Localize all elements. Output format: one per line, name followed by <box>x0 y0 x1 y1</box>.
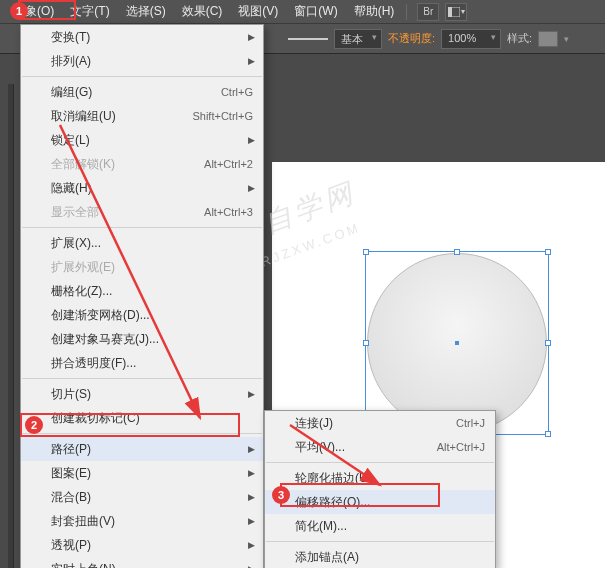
menu-item[interactable]: 创建对象马赛克(J)... <box>21 327 263 351</box>
menu-type[interactable]: 文字(T) <box>62 0 117 23</box>
menu-item: 显示全部Alt+Ctrl+3 <box>21 200 263 224</box>
opacity-select[interactable]: 100% <box>441 29 501 49</box>
handle-tr[interactable] <box>545 249 551 255</box>
menu-item[interactable]: 编组(G)Ctrl+G <box>21 80 263 104</box>
menu-item-label: 封套扭曲(V) <box>51 513 115 530</box>
badge-3: 3 <box>272 486 290 504</box>
menu-item-label: 添加锚点(A) <box>295 549 359 566</box>
style-swatch[interactable] <box>538 31 558 47</box>
ruler-vertical <box>8 84 14 568</box>
opacity-label: 不透明度: <box>388 31 435 46</box>
menu-item[interactable]: 封套扭曲(V)▶ <box>21 509 263 533</box>
style-label: 样式: <box>507 31 532 46</box>
submenu-arrow-icon: ▶ <box>248 32 255 42</box>
menu-item-label: 实时上色(N) <box>51 561 116 569</box>
menu-item[interactable]: 轮廓化描边(U) <box>265 466 495 490</box>
menu-item-label: 扩展外观(E) <box>51 259 115 276</box>
menu-item[interactable]: 路径(P)▶ <box>21 437 263 461</box>
menu-item-label: 隐藏(H) <box>51 180 92 197</box>
menu-item[interactable]: 连接(J)Ctrl+J <box>265 411 495 435</box>
menu-item[interactable]: 添加锚点(A) <box>265 545 495 568</box>
menu-item[interactable]: 创建渐变网格(D)... <box>21 303 263 327</box>
menu-effect[interactable]: 效果(C) <box>174 0 231 23</box>
menu-item-label: 变换(T) <box>51 29 90 46</box>
object-menu[interactable]: 变换(T)▶排列(A)▶编组(G)Ctrl+G取消编组(U)Shift+Ctrl… <box>20 24 264 568</box>
menu-item-label: 图案(E) <box>51 465 91 482</box>
menu-item-label: 路径(P) <box>51 441 91 458</box>
center-point <box>455 341 459 345</box>
submenu-arrow-icon: ▶ <box>248 492 255 502</box>
badge-2: 2 <box>25 416 43 434</box>
stroke-style-select[interactable]: 基本 <box>334 29 382 49</box>
submenu-arrow-icon: ▶ <box>248 468 255 478</box>
menu-item[interactable]: 透视(P)▶ <box>21 533 263 557</box>
menu-item-label: 栅格化(Z)... <box>51 283 112 300</box>
shortcut: Alt+Ctrl+J <box>437 441 485 453</box>
handle-mr[interactable] <box>545 340 551 346</box>
menu-separator <box>22 378 262 379</box>
menu-item[interactable]: 图案(E)▶ <box>21 461 263 485</box>
path-submenu[interactable]: 连接(J)Ctrl+J平均(V)...Alt+Ctrl+J轮廓化描边(U)偏移路… <box>264 410 496 568</box>
menu-item[interactable]: 混合(B)▶ <box>21 485 263 509</box>
menu-item-label: 编组(G) <box>51 84 92 101</box>
menu-item[interactable]: 实时上色(N)▶ <box>21 557 263 568</box>
menu-item-label: 扩展(X)... <box>51 235 101 252</box>
submenu-arrow-icon: ▶ <box>248 516 255 526</box>
menu-item-label: 拼合透明度(F)... <box>51 355 136 372</box>
submenu-arrow-icon: ▶ <box>248 540 255 550</box>
menu-help[interactable]: 帮助(H) <box>346 0 403 23</box>
menu-item-label: 排列(A) <box>51 53 91 70</box>
svg-rect-1 <box>448 7 452 17</box>
submenu-arrow-icon: ▶ <box>248 56 255 66</box>
menu-item[interactable]: 栅格化(Z)... <box>21 279 263 303</box>
menu-separator <box>22 76 262 77</box>
badge-1: 1 <box>10 2 28 20</box>
menu-item-label: 创建裁切标记(C) <box>51 410 140 427</box>
menu-item[interactable]: 拼合透明度(F)... <box>21 351 263 375</box>
menu-item[interactable]: 偏移路径(O)... <box>265 490 495 514</box>
menu-item: 全部解锁(K)Alt+Ctrl+2 <box>21 152 263 176</box>
menu-item-label: 锁定(L) <box>51 132 90 149</box>
menu-item-label: 简化(M)... <box>295 518 347 535</box>
menu-item-label: 混合(B) <box>51 489 91 506</box>
menu-item[interactable]: 简化(M)... <box>265 514 495 538</box>
menu-item-label: 全部解锁(K) <box>51 156 115 173</box>
submenu-arrow-icon: ▶ <box>248 135 255 145</box>
menu-view[interactable]: 视图(V) <box>230 0 286 23</box>
menu-item-label: 切片(S) <box>51 386 91 403</box>
menu-window[interactable]: 窗口(W) <box>286 0 345 23</box>
submenu-arrow-icon: ▶ <box>248 389 255 399</box>
menu-item[interactable]: 取消编组(U)Shift+Ctrl+G <box>21 104 263 128</box>
menu-item[interactable]: 创建裁切标记(C) <box>21 406 263 430</box>
menu-item: 扩展外观(E) <box>21 255 263 279</box>
menu-item[interactable]: 扩展(X)... <box>21 231 263 255</box>
handle-ml[interactable] <box>363 340 369 346</box>
menu-item-label: 轮廓化描边(U) <box>295 470 372 487</box>
handle-tm[interactable] <box>454 249 460 255</box>
menu-item-label: 平均(V)... <box>295 439 345 456</box>
handle-br[interactable] <box>545 431 551 437</box>
circle-selection[interactable] <box>367 253 547 433</box>
menu-item-label: 显示全部 <box>51 204 99 221</box>
shortcut: Shift+Ctrl+G <box>192 110 253 122</box>
shortcut: Ctrl+J <box>456 417 485 429</box>
handle-tl[interactable] <box>363 249 369 255</box>
menu-item-label: 透视(P) <box>51 537 91 554</box>
menu-item-label: 偏移路径(O)... <box>295 494 370 511</box>
menu-item[interactable]: 切片(S)▶ <box>21 382 263 406</box>
menu-item[interactable]: 平均(V)...Alt+Ctrl+J <box>265 435 495 459</box>
stroke-preview <box>288 38 328 40</box>
menu-item[interactable]: 锁定(L)▶ <box>21 128 263 152</box>
shortcut: Ctrl+G <box>221 86 253 98</box>
layout-button[interactable]: ▾ <box>445 3 467 21</box>
menu-item[interactable]: 排列(A)▶ <box>21 49 263 73</box>
bridge-button[interactable]: Br <box>417 3 439 21</box>
divider <box>406 4 407 20</box>
menu-item[interactable]: 变换(T)▶ <box>21 25 263 49</box>
menu-separator <box>266 541 494 542</box>
menu-select[interactable]: 选择(S) <box>118 0 174 23</box>
shortcut: Alt+Ctrl+3 <box>204 206 253 218</box>
menu-item-label: 取消编组(U) <box>51 108 116 125</box>
selection-bounds <box>365 251 549 435</box>
menu-item[interactable]: 隐藏(H)▶ <box>21 176 263 200</box>
